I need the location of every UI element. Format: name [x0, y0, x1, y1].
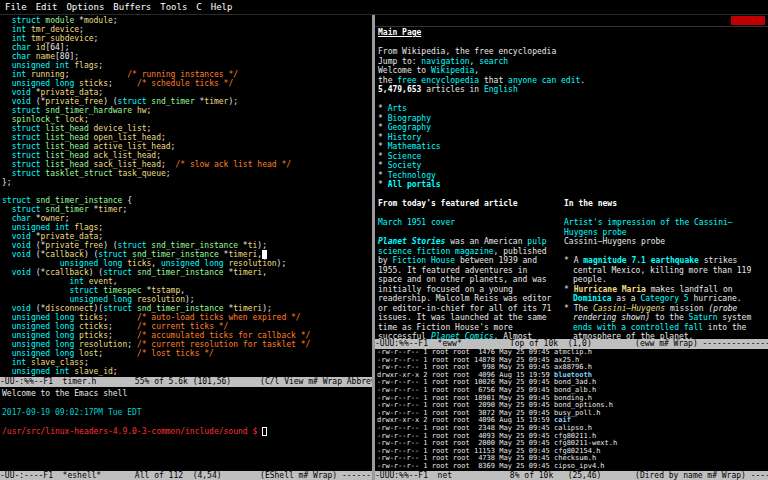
code-line: struct list_head device_list;: [2, 124, 372, 133]
eww-window: Main Page From Wikipedia, the free encyc…: [375, 27, 768, 339]
text-segment: ;: [113, 367, 118, 376]
text-segment: pticks: [79, 331, 108, 340]
menu-item-buffers[interactable]: Buffers: [113, 0, 151, 14]
link[interactable]: Wikipedia: [431, 66, 474, 75]
text-segment: struct: [118, 97, 147, 106]
link[interactable]: Planet Stories: [378, 237, 445, 246]
text-segment: /* auto-load ticks when expired */: [137, 313, 301, 322]
menu-item-tools[interactable]: Tools: [160, 0, 187, 14]
dired-file[interactable]: cipso_ipv4.h: [554, 462, 605, 470]
portal-item: * Arts: [378, 104, 766, 114]
text-segment: )(: [94, 304, 104, 313]
text-segment: (*: [31, 97, 45, 106]
menu-item-edit[interactable]: Edit: [36, 0, 58, 14]
link[interactable]: navigation: [421, 57, 469, 66]
text-segment: snd_timer_instance: [36, 196, 123, 205]
portal-item: * Science: [378, 152, 766, 162]
text-segment: ;: [161, 160, 175, 169]
eshell-window[interactable]: Welcome to the Emacs shell 2017-09-19 09…: [0, 387, 372, 471]
text-segment: unsigned int: [2, 61, 69, 70]
code-line: spinlock_t lock;: [2, 115, 372, 124]
code-line: unsigned long ticks, unsigned long resol…: [2, 259, 372, 268]
link[interactable]: Fiction House: [392, 256, 455, 265]
featured-cover-link[interactable]: March 1951 cover: [378, 218, 455, 227]
code-line: struct list_head ack_list_head;: [2, 151, 372, 160]
menu-item-help[interactable]: Help: [211, 0, 233, 14]
link[interactable]: Biography: [388, 114, 431, 123]
text-segment: struct: [103, 304, 132, 313]
text-segment: was an American: [445, 237, 527, 246]
news-image-link[interactable]: Artist's impression of the Cassini–Huyge…: [564, 218, 733, 237]
text-segment: int: [2, 277, 84, 286]
link[interactable]: Cassini–Huygens: [593, 304, 665, 313]
link[interactable]: Arts: [388, 104, 407, 113]
link[interactable]: magnitude 7.1 earthquake: [583, 256, 699, 265]
link[interactable]: History: [388, 133, 422, 142]
text-segment: ack_list_head: [94, 151, 157, 160]
text-segment: ) (: [89, 268, 103, 277]
link[interactable]: English: [484, 85, 518, 94]
text-segment: snd_timer_instance: [137, 304, 224, 313]
text-segment: ti: [248, 241, 258, 250]
link[interactable]: magazine: [455, 247, 494, 256]
link[interactable]: Technology: [388, 171, 436, 180]
dired-modeline: -UUU:%%--F1 net 8% of 10k (25,46) (Dired…: [375, 471, 768, 480]
code-line: int tmr_device;: [2, 25, 372, 34]
text-segment: {: [122, 196, 132, 205]
link[interactable]: ends with a controlled fall: [573, 323, 703, 332]
text-segment: ,: [151, 259, 161, 268]
link[interactable]: Geography: [388, 123, 431, 132]
text-segment: int: [2, 25, 26, 34]
eww-text-line: Welcome to Wikipedia,: [378, 66, 766, 76]
text-segment: makes landfall on: [646, 285, 738, 294]
eshell-line: 2017-09-19 09:02:17PM Tue EDT: [2, 408, 372, 418]
code-line: [2, 187, 372, 196]
link[interactable]: Saturn: [689, 313, 718, 322]
eshell-line: /usr/src/linux-headers-4.9.0-3-common/in…: [2, 427, 372, 437]
text-segment: struct: [2, 286, 98, 295]
text-segment: list_head: [45, 151, 88, 160]
text-segment: [378, 38, 383, 47]
code-line: struct list_head active_list_head;: [2, 142, 372, 151]
text-segment: Welcome to the Emacs shell: [2, 389, 127, 398]
text-segment: struct: [2, 151, 41, 160]
link[interactable]: Dominica: [573, 294, 612, 303]
text-segment: [80];: [55, 52, 79, 61]
link[interactable]: Mathematics: [388, 142, 441, 151]
eww-header-line: Wikipedia, the free encyclopedia: https:…: [375, 15, 768, 27]
text-segment: /* running instances */: [127, 70, 238, 79]
link[interactable]: encyclopedia: [421, 76, 479, 85]
menu-item-c[interactable]: C: [196, 0, 201, 14]
text-segment: );: [277, 259, 287, 268]
link[interactable]: anyone can edit: [508, 76, 580, 85]
text-segment: *: [74, 16, 84, 25]
text-segment: timer: [204, 97, 228, 106]
news-caption-line: Cassini–Huygens probe: [564, 237, 760, 247]
link[interactable]: Planet Comics: [431, 332, 494, 339]
link[interactable]: Science: [388, 152, 422, 161]
code-line: struct list_head sack_list_head; /* slow…: [2, 160, 372, 169]
link[interactable]: Society: [388, 161, 422, 170]
dired-window[interactable]: -rw-r--r-- 1 root root 1476 May 25 09:45…: [375, 349, 768, 471]
code-modeline: -UU-:%%--F1 timer.h 55% of 5.6k (101,56)…: [0, 377, 372, 387]
news-caption-line: [564, 209, 760, 219]
text-segment: struct: [2, 196, 31, 205]
link[interactable]: Hurricane Maria: [574, 285, 646, 294]
featured-text: [378, 228, 556, 238]
code-window[interactable]: struct module *module; int tmr_device; i…: [0, 15, 372, 377]
text-segment: unsigned long: [2, 349, 74, 358]
link[interactable]: search: [479, 57, 508, 66]
code-line: unsigned int slave_id;: [2, 367, 372, 376]
menu-item-options[interactable]: Options: [66, 0, 104, 14]
text-segment: [378, 190, 383, 199]
link[interactable]: Category 5: [640, 294, 688, 303]
text-segment: *: [378, 161, 388, 170]
menu-item-file[interactable]: File: [5, 0, 27, 14]
portal-item: * Society: [378, 161, 766, 171]
featured-article-header: From today's featured article: [378, 199, 556, 209]
left-column: struct module *module; int tmr_device; i…: [0, 15, 372, 480]
link[interactable]: free: [397, 76, 416, 85]
link[interactable]: All portals: [388, 180, 441, 189]
text-segment: struct: [2, 124, 41, 133]
emacs-frame: FileEditOptionsBuffersToolsCHelp struct …: [0, 0, 768, 480]
